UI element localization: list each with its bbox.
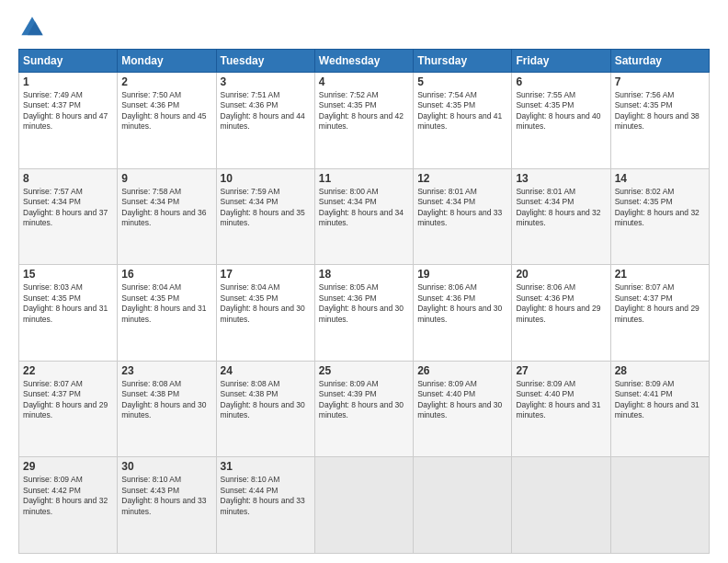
day-info: Sunrise: 8:02 AMSunset: 4:35 PMDaylight:… bbox=[615, 187, 705, 229]
calendar-cell: 14Sunrise: 8:02 AMSunset: 4:35 PMDayligh… bbox=[610, 168, 709, 265]
day-number: 5 bbox=[417, 75, 507, 88]
day-number: 13 bbox=[516, 172, 606, 185]
day-number: 17 bbox=[221, 268, 311, 281]
calendar-cell: 23Sunrise: 8:08 AMSunset: 4:38 PMDayligh… bbox=[118, 361, 216, 457]
weekday-header-tuesday: Tuesday bbox=[216, 50, 314, 73]
calendar-cell: 18Sunrise: 8:05 AMSunset: 4:36 PMDayligh… bbox=[314, 265, 413, 362]
day-info: Sunrise: 7:50 AMSunset: 4:36 PMDaylight:… bbox=[121, 90, 211, 132]
page: SundayMondayTuesdayWednesdayThursdayFrid… bbox=[0, 0, 728, 563]
calendar-cell: 11Sunrise: 8:00 AMSunset: 4:34 PMDayligh… bbox=[314, 168, 413, 265]
day-number: 16 bbox=[121, 268, 211, 281]
calendar-week-row: 29Sunrise: 8:09 AMSunset: 4:42 PMDayligh… bbox=[19, 457, 710, 554]
day-info: Sunrise: 8:01 AMSunset: 4:34 PMDaylight:… bbox=[417, 187, 507, 229]
day-info: Sunrise: 8:09 AMSunset: 4:41 PMDaylight:… bbox=[615, 379, 705, 421]
weekday-header-thursday: Thursday bbox=[414, 50, 512, 73]
weekday-header-monday: Monday bbox=[118, 50, 216, 73]
calendar-cell: 24Sunrise: 8:08 AMSunset: 4:38 PMDayligh… bbox=[216, 361, 314, 457]
day-info: Sunrise: 8:09 AMSunset: 4:42 PMDaylight:… bbox=[23, 475, 113, 517]
calendar-header: SundayMondayTuesdayWednesdayThursdayFrid… bbox=[19, 50, 710, 73]
day-info: Sunrise: 7:56 AMSunset: 4:35 PMDaylight:… bbox=[615, 90, 705, 132]
calendar-cell: 7Sunrise: 7:56 AMSunset: 4:35 PMDaylight… bbox=[610, 73, 709, 169]
day-number: 1 bbox=[23, 75, 113, 88]
calendar-cell: 25Sunrise: 8:09 AMSunset: 4:39 PMDayligh… bbox=[314, 361, 413, 457]
day-number: 30 bbox=[121, 460, 211, 473]
weekday-header-row: SundayMondayTuesdayWednesdayThursdayFrid… bbox=[19, 50, 710, 73]
day-info: Sunrise: 8:04 AMSunset: 4:35 PMDaylight:… bbox=[121, 282, 211, 325]
day-number: 22 bbox=[23, 364, 113, 377]
calendar-cell: 17Sunrise: 8:04 AMSunset: 4:35 PMDayligh… bbox=[216, 265, 314, 362]
calendar-week-row: 8Sunrise: 7:57 AMSunset: 4:34 PMDaylight… bbox=[19, 168, 710, 265]
calendar-cell: 21Sunrise: 8:07 AMSunset: 4:37 PMDayligh… bbox=[610, 265, 709, 362]
calendar-cell: 8Sunrise: 7:57 AMSunset: 4:34 PMDaylight… bbox=[19, 168, 118, 265]
day-info: Sunrise: 8:07 AMSunset: 4:37 PMDaylight:… bbox=[23, 379, 113, 421]
day-number: 20 bbox=[516, 268, 606, 281]
day-info: Sunrise: 7:59 AMSunset: 4:34 PMDaylight:… bbox=[221, 187, 311, 229]
calendar-week-row: 22Sunrise: 8:07 AMSunset: 4:37 PMDayligh… bbox=[19, 361, 710, 457]
day-number: 19 bbox=[417, 268, 507, 281]
calendar-cell: 15Sunrise: 8:03 AMSunset: 4:35 PMDayligh… bbox=[19, 265, 118, 362]
day-number: 11 bbox=[319, 172, 409, 185]
day-info: Sunrise: 7:52 AMSunset: 4:35 PMDaylight:… bbox=[319, 90, 409, 132]
calendar-cell: 3Sunrise: 7:51 AMSunset: 4:36 PMDaylight… bbox=[216, 73, 314, 169]
calendar-cell bbox=[314, 457, 413, 554]
day-info: Sunrise: 8:10 AMSunset: 4:43 PMDaylight:… bbox=[121, 475, 211, 517]
day-number: 23 bbox=[121, 364, 211, 377]
day-number: 31 bbox=[221, 460, 311, 473]
calendar-cell: 31Sunrise: 8:10 AMSunset: 4:44 PMDayligh… bbox=[216, 457, 314, 554]
day-info: Sunrise: 8:08 AMSunset: 4:38 PMDaylight:… bbox=[221, 379, 311, 421]
day-info: Sunrise: 7:58 AMSunset: 4:34 PMDaylight:… bbox=[121, 187, 211, 229]
day-info: Sunrise: 8:10 AMSunset: 4:44 PMDaylight:… bbox=[221, 475, 311, 517]
calendar-cell bbox=[512, 457, 610, 554]
day-info: Sunrise: 8:09 AMSunset: 4:40 PMDaylight:… bbox=[516, 379, 606, 421]
calendar-cell: 28Sunrise: 8:09 AMSunset: 4:41 PMDayligh… bbox=[610, 361, 709, 457]
day-number: 8 bbox=[23, 172, 113, 185]
calendar-table: SundayMondayTuesdayWednesdayThursdayFrid… bbox=[18, 49, 710, 554]
logo-icon bbox=[18, 14, 46, 41]
weekday-header-sunday: Sunday bbox=[19, 50, 118, 73]
day-number: 9 bbox=[121, 172, 211, 185]
calendar-week-row: 1Sunrise: 7:49 AMSunset: 4:37 PMDaylight… bbox=[19, 73, 710, 169]
day-info: Sunrise: 8:09 AMSunset: 4:39 PMDaylight:… bbox=[319, 379, 409, 421]
weekday-header-wednesday: Wednesday bbox=[314, 50, 413, 73]
day-info: Sunrise: 8:04 AMSunset: 4:35 PMDaylight:… bbox=[221, 282, 311, 325]
day-info: Sunrise: 8:00 AMSunset: 4:34 PMDaylight:… bbox=[319, 187, 409, 229]
day-info: Sunrise: 8:07 AMSunset: 4:37 PMDaylight:… bbox=[615, 282, 705, 325]
calendar-cell: 9Sunrise: 7:58 AMSunset: 4:34 PMDaylight… bbox=[118, 168, 216, 265]
day-info: Sunrise: 8:08 AMSunset: 4:38 PMDaylight:… bbox=[121, 379, 211, 421]
day-info: Sunrise: 8:01 AMSunset: 4:34 PMDaylight:… bbox=[516, 187, 606, 229]
day-info: Sunrise: 8:05 AMSunset: 4:36 PMDaylight:… bbox=[319, 282, 409, 325]
day-info: Sunrise: 8:06 AMSunset: 4:36 PMDaylight:… bbox=[516, 282, 606, 325]
calendar-body: 1Sunrise: 7:49 AMSunset: 4:37 PMDaylight… bbox=[19, 73, 710, 554]
calendar-cell: 10Sunrise: 7:59 AMSunset: 4:34 PMDayligh… bbox=[216, 168, 314, 265]
calendar-cell: 29Sunrise: 8:09 AMSunset: 4:42 PMDayligh… bbox=[19, 457, 118, 554]
day-info: Sunrise: 7:54 AMSunset: 4:35 PMDaylight:… bbox=[417, 90, 507, 132]
calendar-cell: 30Sunrise: 8:10 AMSunset: 4:43 PMDayligh… bbox=[118, 457, 216, 554]
calendar-cell bbox=[610, 457, 709, 554]
day-number: 24 bbox=[221, 364, 311, 377]
calendar-cell: 4Sunrise: 7:52 AMSunset: 4:35 PMDaylight… bbox=[314, 73, 413, 169]
day-info: Sunrise: 7:57 AMSunset: 4:34 PMDaylight:… bbox=[23, 187, 113, 229]
calendar-cell: 27Sunrise: 8:09 AMSunset: 4:40 PMDayligh… bbox=[512, 361, 610, 457]
calendar-cell: 20Sunrise: 8:06 AMSunset: 4:36 PMDayligh… bbox=[512, 265, 610, 362]
calendar-cell: 2Sunrise: 7:50 AMSunset: 4:36 PMDaylight… bbox=[118, 73, 216, 169]
day-number: 14 bbox=[615, 172, 705, 185]
calendar-cell: 5Sunrise: 7:54 AMSunset: 4:35 PMDaylight… bbox=[414, 73, 512, 169]
day-number: 28 bbox=[615, 364, 705, 377]
header bbox=[18, 14, 710, 41]
calendar-cell: 12Sunrise: 8:01 AMSunset: 4:34 PMDayligh… bbox=[414, 168, 512, 265]
day-number: 21 bbox=[615, 268, 705, 281]
day-info: Sunrise: 8:09 AMSunset: 4:40 PMDaylight:… bbox=[417, 379, 507, 421]
calendar-cell: 26Sunrise: 8:09 AMSunset: 4:40 PMDayligh… bbox=[414, 361, 512, 457]
day-number: 29 bbox=[23, 460, 113, 473]
day-number: 7 bbox=[615, 75, 705, 88]
day-number: 15 bbox=[23, 268, 113, 281]
calendar-cell: 6Sunrise: 7:55 AMSunset: 4:35 PMDaylight… bbox=[512, 73, 610, 169]
calendar-cell: 13Sunrise: 8:01 AMSunset: 4:34 PMDayligh… bbox=[512, 168, 610, 265]
day-number: 2 bbox=[121, 75, 211, 88]
calendar-cell: 19Sunrise: 8:06 AMSunset: 4:36 PMDayligh… bbox=[414, 265, 512, 362]
calendar-week-row: 15Sunrise: 8:03 AMSunset: 4:35 PMDayligh… bbox=[19, 265, 710, 362]
day-number: 18 bbox=[319, 268, 409, 281]
day-number: 6 bbox=[516, 75, 606, 88]
day-number: 25 bbox=[319, 364, 409, 377]
day-info: Sunrise: 7:51 AMSunset: 4:36 PMDaylight:… bbox=[221, 90, 311, 132]
